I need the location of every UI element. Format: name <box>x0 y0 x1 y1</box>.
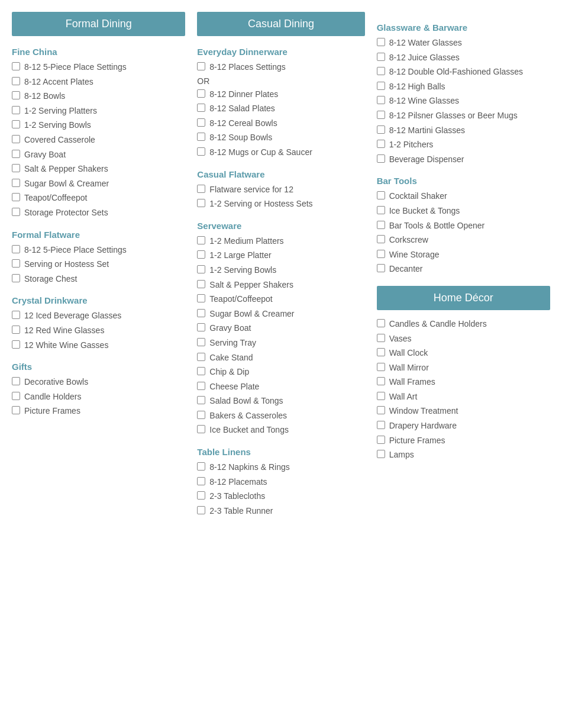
checkbox-icon[interactable] <box>197 147 205 156</box>
checkbox-icon[interactable] <box>12 377 20 385</box>
list-item[interactable]: Bakers & Casseroles <box>197 410 364 422</box>
checkbox-icon[interactable] <box>197 425 205 433</box>
list-item[interactable]: Storage Chest <box>12 273 185 285</box>
checkbox-icon[interactable] <box>12 62 20 70</box>
list-item[interactable]: Sugar Bowl & Creamer <box>197 308 364 320</box>
checkbox-icon[interactable] <box>197 118 205 127</box>
checkbox-icon[interactable] <box>12 164 20 172</box>
checkbox-icon[interactable] <box>12 91 20 99</box>
list-item[interactable]: Candle Holders <box>12 391 185 403</box>
checkbox-icon[interactable] <box>377 53 385 61</box>
checkbox-icon[interactable] <box>197 250 205 259</box>
list-item[interactable]: 8-12 Salad Plates <box>197 103 364 115</box>
list-item[interactable]: Wall Art <box>377 391 550 403</box>
list-item[interactable]: Wall Frames <box>377 376 550 388</box>
checkbox-icon[interactable] <box>377 125 385 134</box>
checkbox-icon[interactable] <box>377 421 385 429</box>
checkbox-icon[interactable] <box>377 140 385 148</box>
checkbox-icon[interactable] <box>197 367 205 375</box>
list-item[interactable]: 8-12 Placemats <box>197 476 364 488</box>
list-item[interactable]: 1-2 Serving Bowls <box>12 120 185 131</box>
checkbox-icon[interactable] <box>377 450 385 458</box>
checkbox-icon[interactable] <box>197 280 205 288</box>
list-item[interactable]: 8-12 Accent Plates <box>12 76 185 88</box>
list-item[interactable]: Sugar Bowl & Creamer <box>12 178 185 190</box>
checkbox-icon[interactable] <box>12 150 20 158</box>
checkbox-icon[interactable] <box>377 392 385 400</box>
checkbox-icon[interactable] <box>377 154 385 163</box>
checkbox-icon[interactable] <box>377 111 385 119</box>
list-item[interactable]: 2-3 Tablecloths <box>197 491 364 502</box>
checkbox-icon[interactable] <box>12 179 20 187</box>
list-item[interactable]: 8-12 Juice Glasses <box>377 52 550 64</box>
list-item[interactable]: Bar Tools & Bottle Opener <box>377 220 550 232</box>
checkbox-icon[interactable] <box>197 236 205 244</box>
checkbox-icon[interactable] <box>12 208 20 216</box>
list-item[interactable]: Serving or Hostess Set <box>12 259 185 270</box>
checkbox-icon[interactable] <box>377 406 385 414</box>
list-item[interactable]: Teapot/Coffeepot <box>197 294 364 305</box>
list-item[interactable]: Serving Tray <box>197 337 364 349</box>
list-item[interactable]: 8-12 Water Glasses <box>377 37 550 49</box>
checkbox-icon[interactable] <box>377 348 385 356</box>
list-item[interactable]: Cheese Plate <box>197 381 364 393</box>
checkbox-icon[interactable] <box>377 38 385 46</box>
list-item[interactable]: 8-12 Mugs or Cup & Saucer <box>197 147 364 159</box>
list-item[interactable]: 8-12 Double Old-Fashioned Glasses <box>377 66 550 78</box>
checkbox-icon[interactable] <box>377 235 385 243</box>
checkbox-icon[interactable] <box>377 334 385 342</box>
checkbox-icon[interactable] <box>12 326 20 334</box>
list-item[interactable]: Covered Casserole <box>12 134 185 146</box>
list-item[interactable]: Cake Stand <box>197 352 364 364</box>
checkbox-icon[interactable] <box>12 340 20 349</box>
checkbox-icon[interactable] <box>197 353 205 361</box>
checkbox-icon[interactable] <box>377 363 385 371</box>
list-item[interactable]: Decanter <box>377 263 550 275</box>
list-item[interactable]: Wine Storage <box>377 249 550 261</box>
list-item[interactable]: Drapery Hardware <box>377 420 550 432</box>
list-item[interactable]: Salt & Pepper Shakers <box>12 163 185 175</box>
checkbox-icon[interactable] <box>377 96 385 104</box>
list-item[interactable]: 1-2 Serving or Hostess Sets <box>197 198 364 210</box>
checkbox-icon[interactable] <box>197 309 205 317</box>
list-item[interactable]: 8-12 Cereal Bowls <box>197 118 364 130</box>
checkbox-icon[interactable] <box>12 193 20 201</box>
checkbox-icon[interactable] <box>377 264 385 272</box>
list-item[interactable]: Wall Clock <box>377 347 550 359</box>
checkbox-icon[interactable] <box>377 221 385 229</box>
list-item[interactable]: 8-12 Martini Glasses <box>377 125 550 137</box>
list-item[interactable]: Candles & Candle Holders <box>377 318 550 330</box>
checkbox-icon[interactable] <box>12 106 20 114</box>
list-item[interactable]: Cocktail Shaker <box>377 191 550 202</box>
checkbox-icon[interactable] <box>197 382 205 390</box>
checkbox-icon[interactable] <box>197 62 205 70</box>
checkbox-icon[interactable] <box>197 491 205 500</box>
list-item[interactable]: 8-12 Soup Bowls <box>197 132 364 144</box>
list-item[interactable]: Teapot/Coffeepot <box>12 192 185 204</box>
list-item[interactable]: Beverage Dispenser <box>377 154 550 166</box>
checkbox-icon[interactable] <box>12 274 20 282</box>
checkbox-icon[interactable] <box>377 319 385 327</box>
list-item[interactable]: Picture Frames <box>377 435 550 447</box>
checkbox-icon[interactable] <box>377 250 385 258</box>
list-item[interactable]: Window Treatment <box>377 405 550 417</box>
checkbox-icon[interactable] <box>12 245 20 253</box>
checkbox-icon[interactable] <box>197 133 205 141</box>
checkbox-icon[interactable] <box>197 104 205 112</box>
list-item[interactable]: Lamps <box>377 449 550 461</box>
list-item[interactable]: 8-12 Wine Glasses <box>377 95 550 107</box>
checkbox-icon[interactable] <box>197 477 205 485</box>
list-item[interactable]: Corkscrew <box>377 234 550 246</box>
list-item[interactable]: Vases <box>377 333 550 345</box>
list-item[interactable]: 8-12 5-Piece Place Settings <box>12 244 185 256</box>
checkbox-icon[interactable] <box>12 259 20 268</box>
checkbox-icon[interactable] <box>197 185 205 193</box>
checkbox-icon[interactable] <box>197 411 205 419</box>
checkbox-icon[interactable] <box>12 406 20 414</box>
list-item[interactable]: Ice Bucket & Tongs <box>377 205 550 217</box>
checkbox-icon[interactable] <box>377 436 385 444</box>
checkbox-icon[interactable] <box>12 77 20 85</box>
checkbox-icon[interactable] <box>197 294 205 302</box>
list-item[interactable]: 8-12 Napkins & Rings <box>197 462 364 473</box>
checkbox-icon[interactable] <box>197 338 205 346</box>
